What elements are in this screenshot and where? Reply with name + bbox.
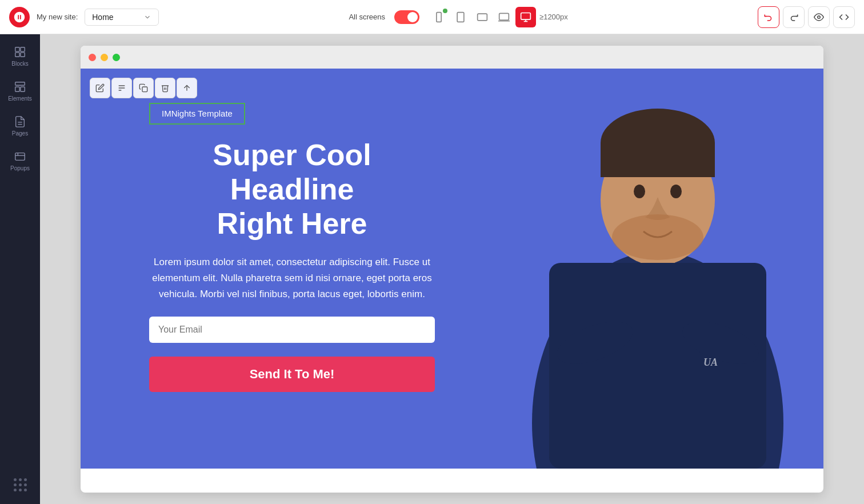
page-name: Home xyxy=(92,13,139,22)
toolbar-move-up-btn[interactable] xyxy=(177,78,197,98)
toolbar-edit-btn[interactable] xyxy=(90,78,110,98)
browser-close-btn xyxy=(89,54,96,61)
screen-btn-mobile[interactable] xyxy=(429,7,449,27)
cta-button[interactable]: Send It To Me! xyxy=(149,357,435,392)
screen-btn-laptop[interactable] xyxy=(494,7,514,27)
body-text: Lorem ipsum dolor sit amet, consectetur … xyxy=(149,254,435,302)
svg-rect-15 xyxy=(15,87,19,91)
toolbar-text-btn[interactable] xyxy=(111,78,132,98)
svg-rect-22 xyxy=(142,87,147,92)
email-input-wrapper[interactable] xyxy=(149,317,435,343)
person-image: UA xyxy=(492,69,823,469)
svg-point-29 xyxy=(634,185,645,198)
dot-4 xyxy=(14,483,17,486)
page-content: IMNights Template Super Cool Headline Ri… xyxy=(81,69,823,469)
move-up-icon xyxy=(182,83,191,93)
svg-rect-13 xyxy=(21,53,25,57)
svg-rect-10 xyxy=(15,47,19,51)
content-block: IMNights Template Super Cool Headline Ri… xyxy=(81,69,458,426)
screen-online-dot xyxy=(443,9,447,13)
dot-6 xyxy=(24,483,27,486)
browser-minimize-btn xyxy=(101,54,108,61)
floating-toolbar xyxy=(90,78,197,98)
screen-btn-tablet-portrait[interactable] xyxy=(450,7,471,27)
svg-rect-0 xyxy=(437,12,441,22)
browser-frame: IMNights Template Super Cool Headline Ri… xyxy=(81,46,823,493)
duplicate-icon xyxy=(139,83,148,93)
sidebar-blocks-label: Blocks xyxy=(11,61,28,67)
topbar-actions xyxy=(758,6,855,28)
template-badge-text: IMNights Template xyxy=(162,109,233,118)
site-label: My new site: xyxy=(37,13,78,21)
preview-button[interactable] xyxy=(808,6,830,28)
svg-rect-14 xyxy=(15,82,25,86)
svg-rect-19 xyxy=(15,153,25,161)
text-icon xyxy=(117,83,126,93)
person-silhouette: UA xyxy=(503,69,812,469)
email-input[interactable] xyxy=(158,325,426,335)
svg-rect-3 xyxy=(478,14,487,21)
undo-button[interactable] xyxy=(758,6,779,28)
svg-rect-4 xyxy=(499,13,509,20)
template-badge: IMNights Template xyxy=(149,103,245,125)
browser-maximize-btn xyxy=(113,54,120,61)
sidebar: Blocks Elements Pages xyxy=(0,34,40,504)
sidebar-item-elements[interactable]: Elements xyxy=(0,75,40,107)
topbar-center: All screens ≥1200px xyxy=(166,7,751,27)
svg-point-31 xyxy=(612,214,703,260)
dot-5 xyxy=(19,483,22,486)
code-button[interactable] xyxy=(833,6,855,28)
headline: Super Cool Headline Right Here xyxy=(149,138,435,241)
sidebar-elements-label: Elements xyxy=(8,95,32,102)
sidebar-item-popups[interactable]: Popups xyxy=(0,145,40,177)
topbar: My new site: Home All screens xyxy=(0,0,864,34)
page-selector[interactable]: Home xyxy=(85,9,159,26)
svg-rect-28 xyxy=(601,143,715,177)
edit-icon xyxy=(95,83,105,93)
screen-btn-tablet-landscape[interactable] xyxy=(472,7,493,27)
svg-text:UA: UA xyxy=(703,357,718,368)
browser-titlebar xyxy=(81,46,823,69)
redo-button[interactable] xyxy=(783,6,805,28)
sidebar-dots-grid xyxy=(7,471,34,498)
main-area: Blocks Elements Pages xyxy=(0,34,864,504)
svg-rect-6 xyxy=(521,13,531,19)
svg-rect-32 xyxy=(549,263,766,469)
sidebar-pages-label: Pages xyxy=(12,130,28,137)
chevron-down-icon xyxy=(143,13,151,21)
screen-size-buttons: ≥1200px xyxy=(429,7,568,27)
all-screens-toggle[interactable] xyxy=(394,10,419,24)
toolbar-duplicate-btn[interactable] xyxy=(133,78,154,98)
svg-point-30 xyxy=(670,185,682,198)
headline-line1: Super Cool Headline xyxy=(213,138,371,206)
dot-8 xyxy=(19,489,22,491)
headline-line2: Right Here xyxy=(217,207,367,240)
dot-3 xyxy=(24,478,27,481)
sidebar-popups-label: Popups xyxy=(10,165,30,171)
canvas-area: IMNights Template Super Cool Headline Ri… xyxy=(40,34,864,504)
screen-btn-desktop[interactable] xyxy=(515,7,536,27)
svg-rect-11 xyxy=(21,47,25,51)
delete-icon xyxy=(161,83,170,93)
svg-rect-12 xyxy=(15,53,19,57)
dot-2 xyxy=(19,478,22,481)
app-logo[interactable] xyxy=(9,7,30,27)
screen-size-label: ≥1200px xyxy=(539,13,568,21)
svg-rect-16 xyxy=(21,87,25,91)
toolbar-delete-btn[interactable] xyxy=(155,78,175,98)
svg-rect-2 xyxy=(457,12,464,22)
dot-7 xyxy=(14,489,17,491)
dot-1 xyxy=(14,478,17,481)
dot-9 xyxy=(24,489,27,491)
sidebar-item-blocks[interactable]: Blocks xyxy=(0,40,40,73)
svg-point-9 xyxy=(818,15,821,18)
sidebar-item-pages[interactable]: Pages xyxy=(0,110,40,142)
all-screens-label: All screens xyxy=(349,13,385,21)
